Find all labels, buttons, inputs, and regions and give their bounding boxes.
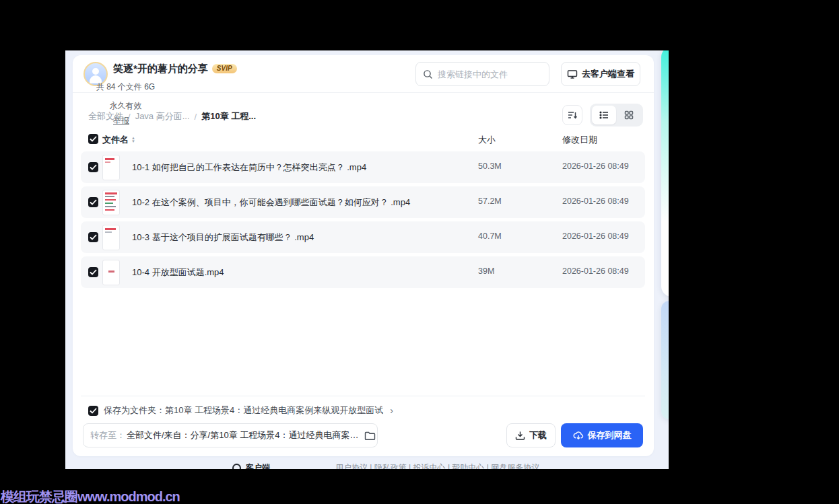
file-date: 2026-01-26 08:49	[562, 196, 629, 206]
open-in-client-button[interactable]: 去客户端查看	[561, 62, 640, 86]
breadcrumb: 全部文件 / Java 高分面... / 第10章 工程...	[88, 106, 256, 127]
save-path-value: 全部文件/来自：分享/第10章 工程场景4：通过经典电商案…	[127, 429, 359, 441]
table-row[interactable]: 10-1 如何把自己的工作表达在简历中？怎样突出亮点？ .mp4 50.3M 2…	[81, 151, 645, 183]
search-icon	[423, 69, 433, 79]
file-date: 2026-01-26 08:49	[562, 231, 629, 241]
download-button[interactable]: 下载	[506, 423, 556, 447]
file-size: 50.3M	[478, 161, 502, 171]
sort-lines-icon	[567, 110, 578, 120]
svip-badge: SVIP	[212, 64, 237, 73]
cloud-save-icon	[573, 430, 584, 441]
file-thumbnail	[102, 190, 120, 215]
save-as-folder-label: 保存为文件夹：第10章 工程场景4：通过经典电商案例来纵观开放型面试	[104, 404, 383, 417]
table-row[interactable]: 10-4 开放型面试题.mp4 39M 2026-01-26 08:49	[81, 256, 645, 288]
row-checkbox[interactable]	[88, 267, 98, 277]
column-header-date: 修改日期	[562, 134, 597, 146]
footer-logo-icon	[232, 464, 241, 469]
file-size: 39M	[478, 266, 494, 276]
file-list: 10-1 如何把自己的工作表达在简历中？怎样突出亮点？ .mp4 50.3M 2…	[81, 151, 645, 291]
sort-arrows-icon: ▲▼	[131, 137, 135, 143]
file-name: 10-4 开放型面试题.mp4	[132, 266, 224, 279]
file-name: 10-2 在这个案例、项目中，你可能会遇到哪些面试题？如何应对？ .mp4	[132, 196, 410, 209]
folder-picker-icon[interactable]	[359, 431, 376, 441]
open-in-client-label: 去客户端查看	[582, 68, 634, 80]
file-size: 57.2M	[478, 196, 502, 206]
breadcrumb-item-root[interactable]: 全部文件	[88, 110, 123, 122]
file-date: 2026-01-26 08:49	[562, 161, 629, 171]
column-header-name[interactable]: 文件名 ▲▼	[102, 134, 135, 146]
breadcrumb-item-parent[interactable]: Java 高分面...	[135, 110, 190, 122]
save-path-input[interactable]: 转存至： 全部文件/来自：分享/第10章 工程场景4：通过经典电商案…	[83, 423, 378, 447]
file-count: 共 84 个文件 6G	[113, 77, 138, 96]
promo-card-top[interactable]	[661, 50, 669, 297]
view-toggle	[590, 104, 643, 127]
column-header-name-label: 文件名	[102, 134, 129, 146]
download-icon	[515, 431, 525, 441]
save-path-prefix: 转存至：	[90, 429, 125, 441]
sort-button[interactable]	[562, 105, 582, 125]
page-footer: 客户端 用户协议 | 隐私政策 | 投诉中心 | 帮助中心 | 网盘服务协议	[232, 462, 539, 469]
monitor-icon	[567, 69, 578, 79]
breadcrumb-separator: /	[195, 112, 197, 122]
save-as-folder-row[interactable]: 保存为文件夹：第10章 工程场景4：通过经典电商案例来纵观开放型面试 ›	[88, 404, 393, 417]
column-header-size: 大小	[478, 134, 496, 146]
download-label: 下载	[529, 429, 547, 441]
file-size: 40.7M	[478, 231, 502, 241]
avatar-person-icon	[92, 68, 99, 75]
list-view-button[interactable]	[592, 106, 616, 124]
share-page-viewport: 笑逐*开的薯片的分享SVIP 共 84 个文件 6G 永久有效 举报	[65, 50, 669, 469]
grid-view-button[interactable]	[617, 106, 642, 124]
save-as-folder-checkbox[interactable]	[88, 406, 98, 416]
promo-card-bottom[interactable]	[661, 301, 669, 419]
file-date: 2026-01-26 08:49	[562, 266, 629, 276]
row-checkbox[interactable]	[88, 197, 98, 207]
share-card: 笑逐*开的薯片的分享SVIP 共 84 个文件 6G 永久有效 举报	[73, 55, 654, 456]
breadcrumb-separator: /	[128, 112, 131, 122]
file-thumbnail	[102, 225, 120, 250]
table-header: 文件名 ▲▼ 大小 修改日期	[81, 131, 645, 149]
file-name: 10-1 如何把自己的工作表达在简历中？怎样突出亮点？ .mp4	[132, 161, 366, 174]
save-bar-divider	[81, 396, 645, 396]
grid-view-icon	[624, 110, 634, 120]
row-checkbox[interactable]	[88, 162, 98, 172]
page-title: 笑逐*开的薯片的分享SVIP	[113, 63, 237, 75]
table-row[interactable]: 10-3 基于这个项目的扩展面试题有哪些？ .mp4 40.7M 2026-01…	[81, 221, 645, 253]
row-checkbox[interactable]	[88, 232, 98, 242]
footer-links[interactable]: 用户协议 | 隐私政策 | 投诉中心 | 帮助中心 | 网盘服务协议	[335, 462, 539, 469]
breadcrumb-item-current: 第10章 工程...	[201, 110, 256, 122]
file-thumbnail	[102, 155, 120, 180]
file-thumbnail	[102, 260, 120, 285]
share-header: 笑逐*开的薯片的分享SVIP 共 84 个文件 6G 永久有效 举报	[73, 55, 654, 93]
list-view-icon	[599, 110, 609, 120]
save-to-netdisk-label: 保存到网盘	[588, 429, 632, 441]
save-to-netdisk-button[interactable]: 保存到网盘	[561, 423, 643, 447]
search-box[interactable]	[415, 62, 549, 86]
share-title-text: 笑逐*开的薯片的分享	[113, 63, 208, 74]
watermark: 模组玩禁忌圈www.modmod.cn	[1, 488, 180, 504]
footer-brand: 客户端	[246, 462, 270, 469]
file-name: 10-3 基于这个项目的扩展面试题有哪些？ .mp4	[132, 231, 314, 244]
search-input[interactable]	[438, 69, 542, 79]
table-row[interactable]: 10-2 在这个案例、项目中，你可能会遇到哪些面试题？如何应对？ .mp4 57…	[81, 186, 645, 218]
select-all-checkbox[interactable]	[88, 134, 98, 144]
chevron-right-icon: ›	[390, 405, 393, 416]
